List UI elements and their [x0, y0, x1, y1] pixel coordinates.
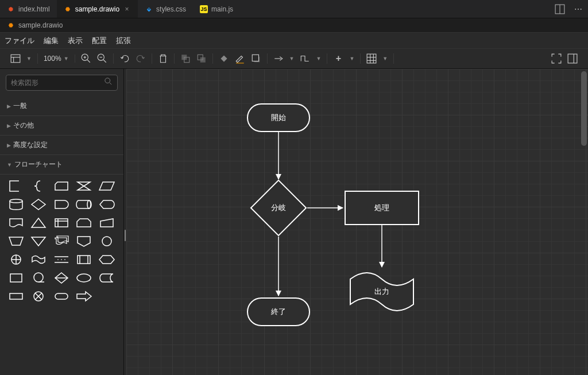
shape-tape[interactable] [29, 253, 48, 266]
shape-collate[interactable] [75, 179, 93, 193]
svg-line-10 [103, 60, 106, 63]
menu-view[interactable]: 表示 [68, 36, 83, 46]
shape-stored-data[interactable] [98, 271, 116, 285]
vertical-scrollbar[interactable] [581, 69, 587, 375]
shape-subroutine[interactable] [7, 289, 25, 303]
node-end[interactable]: 終了 [247, 297, 310, 326]
fullscreen-icon[interactable] [551, 53, 562, 64]
shape-manual-input[interactable] [98, 216, 116, 230]
tab-label: styles.css [156, 5, 186, 13]
shape-transfer[interactable] [75, 289, 93, 303]
svg-rect-50 [10, 293, 22, 299]
fill-color-icon[interactable] [219, 53, 229, 64]
main-area: ▶一般 ▶その他 ▶高度な設定 ▼フローチャート [0, 69, 588, 375]
shape-summing[interactable] [29, 289, 48, 303]
drawio-icon: ⬣ [7, 21, 15, 29]
menu-bar: ファイル 編集 表示 配置 拡張 [0, 32, 588, 48]
shape-parallel[interactable] [52, 253, 71, 266]
search-shapes-input[interactable] [6, 75, 118, 91]
to-front-icon[interactable] [180, 53, 191, 64]
shape-internal-storage[interactable] [52, 216, 71, 230]
shape-annotation[interactable] [7, 179, 25, 193]
tab-index-html[interactable]: ⬢ index.html [0, 0, 57, 18]
shape-document[interactable] [7, 216, 25, 230]
format-panel-icon[interactable] [567, 53, 578, 64]
svg-rect-54 [55, 293, 68, 299]
chevron-down-icon[interactable]: ▼ [349, 56, 354, 61]
shape-offpage[interactable] [75, 234, 93, 248]
tab-styles-css[interactable]: ⬙ styles.css [138, 0, 193, 18]
shape-sequential-data[interactable] [29, 271, 48, 285]
tab-label: main.js [211, 5, 233, 13]
shape-brace[interactable] [29, 179, 48, 193]
node-output[interactable]: 出力 [347, 269, 416, 315]
tab-sample-drawio[interactable]: ⬣ sample.drawio × [57, 0, 138, 18]
shape-preparation[interactable] [98, 253, 116, 266]
shape-merge[interactable] [29, 234, 48, 248]
shape-connector[interactable] [98, 234, 116, 248]
svg-point-33 [102, 237, 111, 246]
connection-icon[interactable] [273, 53, 284, 64]
undo-icon[interactable] [119, 53, 130, 64]
shape-direct-data[interactable] [75, 198, 93, 211]
search-icon[interactable] [105, 78, 113, 88]
shape-manual-operation[interactable] [7, 234, 25, 248]
search-input[interactable] [11, 79, 105, 87]
sidebar: ▶一般 ▶その他 ▶高度な設定 ▼フローチャート [0, 69, 124, 375]
toolbar: ▼ 100% ▼ ▼ ▼ + ▼ ▼ [0, 48, 588, 69]
menu-arrange[interactable]: 配置 [92, 36, 107, 46]
insert-icon[interactable]: + [333, 53, 343, 64]
tab-main-js[interactable]: JS main.js [193, 0, 240, 18]
svg-point-26 [105, 78, 110, 83]
shape-extract[interactable] [29, 216, 48, 230]
shadow-icon[interactable] [251, 53, 261, 64]
shape-predefined-process[interactable] [75, 253, 93, 266]
waypoint-icon[interactable] [300, 53, 310, 64]
shape-sort[interactable] [52, 271, 71, 285]
node-start[interactable]: 開始 [247, 103, 310, 132]
zoom-in-icon[interactable] [81, 53, 91, 64]
node-process[interactable]: 処理 [345, 191, 419, 225]
shape-decision[interactable] [29, 198, 48, 211]
section-flowchart[interactable]: ▼フローチャート [0, 155, 123, 175]
shape-delay[interactable] [52, 198, 71, 211]
chevron-down-icon[interactable]: ▼ [26, 56, 32, 61]
menu-extras[interactable]: 拡張 [116, 36, 131, 46]
breadcrumb-label[interactable]: sample.drawio [18, 21, 63, 29]
svg-rect-24 [568, 54, 577, 63]
view-mode-icon[interactable] [10, 53, 21, 64]
shape-card[interactable] [52, 179, 71, 193]
shape-terminator[interactable] [52, 289, 71, 303]
shape-database[interactable] [7, 198, 25, 211]
split-editor-icon[interactable] [555, 4, 565, 14]
delete-icon[interactable] [158, 53, 168, 64]
chevron-down-icon[interactable]: ▼ [289, 56, 295, 61]
more-icon[interactable]: ⋯ [573, 4, 583, 14]
shape-multi-document[interactable] [52, 234, 71, 248]
shape-loop-limit[interactable] [75, 216, 93, 230]
shape-display[interactable] [98, 198, 116, 211]
svg-point-46 [34, 273, 43, 282]
chevron-down-icon[interactable]: ▼ [316, 56, 321, 61]
section-advanced[interactable]: ▶高度な設定 [0, 136, 123, 155]
close-icon[interactable]: × [123, 5, 131, 13]
chevron-down-icon[interactable]: ▼ [382, 56, 388, 61]
shape-or[interactable] [7, 253, 25, 266]
to-back-icon[interactable] [196, 53, 207, 64]
node-decision[interactable]: 分岐 [250, 179, 307, 237]
section-general[interactable]: ▶一般 [0, 96, 123, 116]
canvas[interactable]: 開始 分岐 処理 出力 終了 [126, 69, 588, 375]
zoom-level[interactable]: 100% ▼ [44, 55, 69, 63]
shape-process[interactable] [7, 271, 25, 285]
menu-file[interactable]: ファイル [5, 36, 34, 46]
table-icon[interactable] [366, 53, 377, 64]
shape-data[interactable] [98, 179, 116, 193]
menu-edit[interactable]: 編集 [44, 36, 59, 46]
shape-palette [0, 175, 123, 315]
line-color-icon[interactable] [235, 53, 245, 64]
zoom-out-icon[interactable] [97, 53, 107, 64]
section-misc[interactable]: ▶その他 [0, 116, 123, 136]
redo-icon[interactable] [136, 53, 146, 64]
shape-start[interactable] [75, 271, 93, 285]
svg-rect-2 [11, 55, 20, 63]
